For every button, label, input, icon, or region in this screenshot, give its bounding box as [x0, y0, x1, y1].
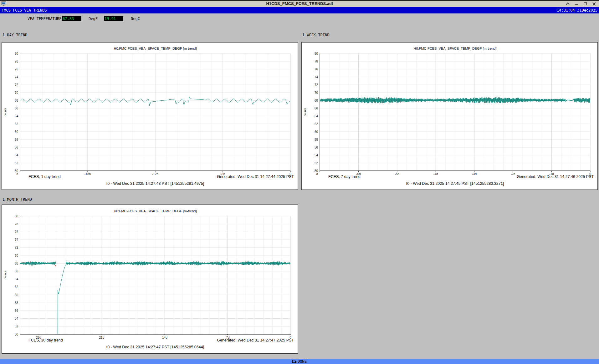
svg-text:54: 54 [15, 154, 18, 157]
svg-text:64: 64 [15, 277, 18, 281]
minus-icon [575, 2, 578, 5]
svg-text:58: 58 [315, 138, 318, 141]
svg-text:66: 66 [315, 107, 318, 110]
svg-text:70: 70 [15, 91, 18, 94]
svg-text:60: 60 [15, 293, 18, 297]
svg-text:64: 64 [15, 114, 18, 118]
svg-text:56: 56 [15, 146, 18, 149]
svg-text:74: 74 [315, 75, 318, 79]
svg-text:68: 68 [315, 99, 318, 102]
application-window: H1CDS_FMCS_FCES_TRENDS.adl FMCS FCES VEA [0, 0, 599, 364]
svg-text:54: 54 [315, 154, 318, 157]
svg-text:t0 - Wed Dec 31 2025 14:27:47: t0 - Wed Dec 31 2025 14:27:47 PST [14512… [106, 345, 204, 349]
svg-text:FCES, 1 day trend: FCES, 1 day trend [28, 174, 61, 179]
chart-panel-day: 50525456586062646668707274767880d-18h-12… [2, 42, 298, 190]
trend-chart-day: 50525456586062646668707274767880d-18h-12… [2, 43, 298, 190]
svg-text:-14d: -14d [161, 336, 167, 339]
svg-text:Generated: Wed Dec 31 14:27:47: Generated: Wed Dec 31 14:27:47 2025 PST [217, 338, 294, 342]
svg-text:52: 52 [15, 161, 18, 165]
maximize-icon [584, 2, 587, 5]
svg-text:72: 72 [15, 246, 18, 249]
svg-text:-21d: -21d [98, 336, 104, 339]
svg-text:t0 - Wed Dec 31 2025 14:27:43: t0 - Wed Dec 31 2025 14:27:43 PST [14512… [106, 181, 204, 186]
svg-text:58: 58 [15, 138, 18, 141]
svg-text:62: 62 [15, 285, 18, 289]
svg-text:64: 64 [315, 114, 318, 118]
header-title: FMCS FCES VEA TRENDS [2, 8, 47, 13]
trend-chart-month: 50525456586062646668707274767880-28d-21d… [2, 205, 298, 353]
header-clock: 14:31:04 31Dec2025 [557, 8, 597, 13]
svg-text:-5d: -5d [395, 172, 399, 176]
svg-text:72: 72 [15, 83, 18, 87]
medm-header-bar: FMCS FCES VEA TRENDS 14:31:04 31Dec2025 [0, 7, 599, 13]
svg-text:78: 78 [15, 60, 18, 63]
shade-button[interactable] [565, 1, 570, 6]
svg-text:counts: counts [4, 108, 7, 116]
svg-text:50: 50 [315, 169, 318, 173]
svg-text:74: 74 [15, 75, 18, 79]
svg-text:FCES, 7 day trend: FCES, 7 day trend [328, 174, 361, 179]
svg-text:76: 76 [315, 68, 318, 71]
svg-text:66: 66 [15, 107, 18, 110]
vea-temperature-label: VEA TEMPERATURE [28, 17, 61, 21]
section-label-month: 1 MONTH TREND [3, 197, 32, 202]
svg-text:76: 76 [15, 230, 18, 234]
svg-text:80: 80 [315, 52, 318, 55]
svg-text:78: 78 [315, 60, 318, 63]
vea-temp-degc-value: 19.91 [104, 16, 123, 21]
svg-text:FCES, 30 day trend: FCES, 30 day trend [28, 338, 63, 342]
svg-text:Generated: Wed Dec 31 14:27:44: Generated: Wed Dec 31 14:27:44 2025 PST [217, 174, 294, 179]
degf-unit-label: DegF [89, 17, 98, 21]
section-label-week: 1 WEEK TREND [302, 33, 330, 37]
svg-text:66: 66 [15, 270, 18, 273]
chart-panel-week: 50525456586062646668707274767880d-6d-5d-… [301, 42, 598, 190]
section-label-day: 1 DAY TREND [3, 33, 27, 37]
svg-text:d: d [16, 172, 18, 176]
close-button[interactable] [591, 1, 596, 6]
vea-temp-degf-value: 67.83 [62, 16, 81, 21]
svg-text:H0:FMC-FCES_VEA_SPACE_TEMP_DEG: H0:FMC-FCES_VEA_SPACE_TEMP_DEGF [m-trend… [114, 209, 197, 213]
svg-text:70: 70 [315, 91, 318, 94]
svg-text:50: 50 [15, 169, 18, 173]
svg-text:t0 - Wed Dec 31 2025 14:27:45: t0 - Wed Dec 31 2025 14:27:45 PST [14512… [406, 181, 504, 186]
svg-text:62: 62 [15, 122, 18, 126]
svg-text:60: 60 [15, 130, 18, 134]
status-bar: DONE [0, 359, 599, 364]
trend-chart-week: 50525456586062646668707274767880d-6d-5d-… [302, 43, 597, 190]
svg-text:60: 60 [315, 130, 318, 134]
status-window-icon [292, 360, 296, 363]
svg-text:-2d: -2d [511, 172, 515, 176]
svg-text:80: 80 [15, 215, 18, 218]
svg-text:-3d: -3d [472, 172, 476, 176]
svg-text:54: 54 [15, 317, 18, 320]
svg-text:d: d [316, 172, 318, 176]
svg-text:76: 76 [15, 68, 18, 71]
svg-text:H0:FMC-FCES_VEA_SPACE_TEMP_DEG: H0:FMC-FCES_VEA_SPACE_TEMP_DEGF [m-trend… [413, 47, 496, 50]
svg-text:74: 74 [15, 238, 18, 241]
svg-text:52: 52 [15, 325, 18, 328]
minimize-button[interactable] [574, 1, 579, 6]
svg-text:-12h: -12h [152, 172, 158, 176]
svg-text:56: 56 [15, 309, 18, 312]
close-icon [592, 2, 596, 6]
svg-text:78: 78 [15, 222, 18, 226]
chart-panel-month: 50525456586062646668707274767880-28d-21d… [2, 205, 298, 354]
window-titlebar[interactable]: H1CDS_FMCS_FCES_TRENDS.adl [0, 1, 599, 8]
svg-text:68: 68 [15, 99, 18, 102]
svg-text:58: 58 [15, 301, 18, 305]
svg-text:70: 70 [15, 254, 18, 257]
svg-text:counts: counts [304, 108, 307, 116]
status-message: DONE [298, 359, 307, 364]
maximize-button[interactable] [583, 1, 588, 6]
degc-unit-label: DegC [131, 17, 140, 21]
svg-text:68: 68 [15, 262, 18, 265]
svg-text:72: 72 [315, 83, 318, 87]
svg-text:56: 56 [315, 146, 318, 149]
window-title: H1CDS_FMCS_FCES_TRENDS.adl [0, 1, 599, 6]
svg-text:Generated: Wed Dec 31 14:27:46: Generated: Wed Dec 31 14:27:46 2025 PST [517, 174, 594, 179]
svg-text:counts: counts [4, 271, 7, 279]
svg-text:80: 80 [15, 52, 18, 55]
svg-text:-18h: -18h [84, 172, 91, 176]
svg-text:-4d: -4d [433, 172, 438, 176]
svg-text:H0:FMC-FCES_VEA_SPACE_TEMP_DEG: H0:FMC-FCES_VEA_SPACE_TEMP_DEGF [m-trend… [114, 47, 197, 50]
